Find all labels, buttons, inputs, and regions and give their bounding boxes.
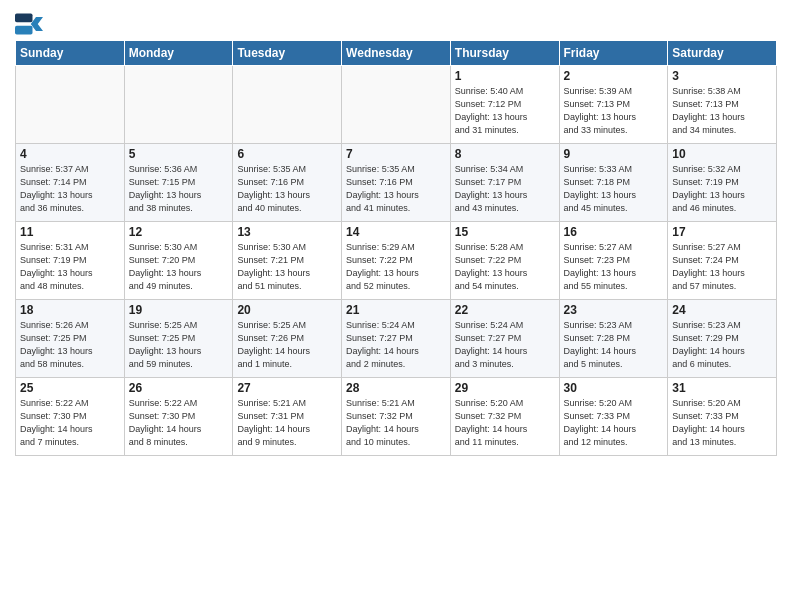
- day-number: 29: [455, 381, 555, 395]
- day-cell: 31Sunrise: 5:20 AM Sunset: 7:33 PM Dayli…: [668, 378, 777, 456]
- day-number: 6: [237, 147, 337, 161]
- day-cell: [124, 66, 233, 144]
- day-cell: 22Sunrise: 5:24 AM Sunset: 7:27 PM Dayli…: [450, 300, 559, 378]
- day-cell: 7Sunrise: 5:35 AM Sunset: 7:16 PM Daylig…: [342, 144, 451, 222]
- day-cell: 26Sunrise: 5:22 AM Sunset: 7:30 PM Dayli…: [124, 378, 233, 456]
- svg-rect-3: [15, 26, 33, 35]
- day-cell: 20Sunrise: 5:25 AM Sunset: 7:26 PM Dayli…: [233, 300, 342, 378]
- day-info: Sunrise: 5:24 AM Sunset: 7:27 PM Dayligh…: [346, 319, 446, 371]
- day-number: 28: [346, 381, 446, 395]
- day-cell: 15Sunrise: 5:28 AM Sunset: 7:22 PM Dayli…: [450, 222, 559, 300]
- day-info: Sunrise: 5:21 AM Sunset: 7:31 PM Dayligh…: [237, 397, 337, 449]
- day-cell: 30Sunrise: 5:20 AM Sunset: 7:33 PM Dayli…: [559, 378, 668, 456]
- day-number: 9: [564, 147, 664, 161]
- day-info: Sunrise: 5:27 AM Sunset: 7:24 PM Dayligh…: [672, 241, 772, 293]
- calendar-table: SundayMondayTuesdayWednesdayThursdayFrid…: [15, 40, 777, 456]
- day-info: Sunrise: 5:25 AM Sunset: 7:25 PM Dayligh…: [129, 319, 229, 371]
- day-info: Sunrise: 5:36 AM Sunset: 7:15 PM Dayligh…: [129, 163, 229, 215]
- week-row-4: 18Sunrise: 5:26 AM Sunset: 7:25 PM Dayli…: [16, 300, 777, 378]
- day-cell: 12Sunrise: 5:30 AM Sunset: 7:20 PM Dayli…: [124, 222, 233, 300]
- day-number: 24: [672, 303, 772, 317]
- day-info: Sunrise: 5:22 AM Sunset: 7:30 PM Dayligh…: [129, 397, 229, 449]
- day-info: Sunrise: 5:27 AM Sunset: 7:23 PM Dayligh…: [564, 241, 664, 293]
- day-number: 11: [20, 225, 120, 239]
- day-info: Sunrise: 5:30 AM Sunset: 7:20 PM Dayligh…: [129, 241, 229, 293]
- header-cell-thursday: Thursday: [450, 41, 559, 66]
- day-info: Sunrise: 5:34 AM Sunset: 7:17 PM Dayligh…: [455, 163, 555, 215]
- day-number: 31: [672, 381, 772, 395]
- day-number: 18: [20, 303, 120, 317]
- day-info: Sunrise: 5:29 AM Sunset: 7:22 PM Dayligh…: [346, 241, 446, 293]
- day-info: Sunrise: 5:24 AM Sunset: 7:27 PM Dayligh…: [455, 319, 555, 371]
- day-number: 1: [455, 69, 555, 83]
- day-info: Sunrise: 5:20 AM Sunset: 7:33 PM Dayligh…: [672, 397, 772, 449]
- week-row-2: 4Sunrise: 5:37 AM Sunset: 7:14 PM Daylig…: [16, 144, 777, 222]
- day-cell: 3Sunrise: 5:38 AM Sunset: 7:13 PM Daylig…: [668, 66, 777, 144]
- day-number: 3: [672, 69, 772, 83]
- day-cell: 6Sunrise: 5:35 AM Sunset: 7:16 PM Daylig…: [233, 144, 342, 222]
- day-cell: 1Sunrise: 5:40 AM Sunset: 7:12 PM Daylig…: [450, 66, 559, 144]
- day-number: 5: [129, 147, 229, 161]
- day-cell: 21Sunrise: 5:24 AM Sunset: 7:27 PM Dayli…: [342, 300, 451, 378]
- day-number: 21: [346, 303, 446, 317]
- day-cell: 5Sunrise: 5:36 AM Sunset: 7:15 PM Daylig…: [124, 144, 233, 222]
- day-number: 30: [564, 381, 664, 395]
- day-info: Sunrise: 5:33 AM Sunset: 7:18 PM Dayligh…: [564, 163, 664, 215]
- week-row-5: 25Sunrise: 5:22 AM Sunset: 7:30 PM Dayli…: [16, 378, 777, 456]
- day-cell: 27Sunrise: 5:21 AM Sunset: 7:31 PM Dayli…: [233, 378, 342, 456]
- day-cell: 18Sunrise: 5:26 AM Sunset: 7:25 PM Dayli…: [16, 300, 125, 378]
- day-cell: [16, 66, 125, 144]
- day-number: 23: [564, 303, 664, 317]
- day-cell: 24Sunrise: 5:23 AM Sunset: 7:29 PM Dayli…: [668, 300, 777, 378]
- week-row-3: 11Sunrise: 5:31 AM Sunset: 7:19 PM Dayli…: [16, 222, 777, 300]
- day-cell: 10Sunrise: 5:32 AM Sunset: 7:19 PM Dayli…: [668, 144, 777, 222]
- day-info: Sunrise: 5:35 AM Sunset: 7:16 PM Dayligh…: [346, 163, 446, 215]
- day-cell: [233, 66, 342, 144]
- day-number: 20: [237, 303, 337, 317]
- header-cell-sunday: Sunday: [16, 41, 125, 66]
- day-info: Sunrise: 5:37 AM Sunset: 7:14 PM Dayligh…: [20, 163, 120, 215]
- day-cell: 28Sunrise: 5:21 AM Sunset: 7:32 PM Dayli…: [342, 378, 451, 456]
- day-info: Sunrise: 5:26 AM Sunset: 7:25 PM Dayligh…: [20, 319, 120, 371]
- day-cell: 13Sunrise: 5:30 AM Sunset: 7:21 PM Dayli…: [233, 222, 342, 300]
- header-row: SundayMondayTuesdayWednesdayThursdayFrid…: [16, 41, 777, 66]
- day-info: Sunrise: 5:31 AM Sunset: 7:19 PM Dayligh…: [20, 241, 120, 293]
- logo: [15, 10, 47, 38]
- header-cell-monday: Monday: [124, 41, 233, 66]
- day-cell: 9Sunrise: 5:33 AM Sunset: 7:18 PM Daylig…: [559, 144, 668, 222]
- day-info: Sunrise: 5:25 AM Sunset: 7:26 PM Dayligh…: [237, 319, 337, 371]
- day-cell: 29Sunrise: 5:20 AM Sunset: 7:32 PM Dayli…: [450, 378, 559, 456]
- day-cell: 16Sunrise: 5:27 AM Sunset: 7:23 PM Dayli…: [559, 222, 668, 300]
- day-info: Sunrise: 5:38 AM Sunset: 7:13 PM Dayligh…: [672, 85, 772, 137]
- day-number: 13: [237, 225, 337, 239]
- day-info: Sunrise: 5:21 AM Sunset: 7:32 PM Dayligh…: [346, 397, 446, 449]
- day-info: Sunrise: 5:23 AM Sunset: 7:29 PM Dayligh…: [672, 319, 772, 371]
- day-number: 7: [346, 147, 446, 161]
- svg-marker-1: [31, 17, 43, 31]
- day-info: Sunrise: 5:28 AM Sunset: 7:22 PM Dayligh…: [455, 241, 555, 293]
- day-info: Sunrise: 5:22 AM Sunset: 7:30 PM Dayligh…: [20, 397, 120, 449]
- day-cell: 4Sunrise: 5:37 AM Sunset: 7:14 PM Daylig…: [16, 144, 125, 222]
- day-number: 4: [20, 147, 120, 161]
- day-cell: 19Sunrise: 5:25 AM Sunset: 7:25 PM Dayli…: [124, 300, 233, 378]
- day-info: Sunrise: 5:35 AM Sunset: 7:16 PM Dayligh…: [237, 163, 337, 215]
- day-cell: 23Sunrise: 5:23 AM Sunset: 7:28 PM Dayli…: [559, 300, 668, 378]
- day-number: 8: [455, 147, 555, 161]
- day-info: Sunrise: 5:20 AM Sunset: 7:33 PM Dayligh…: [564, 397, 664, 449]
- day-number: 15: [455, 225, 555, 239]
- day-cell: 25Sunrise: 5:22 AM Sunset: 7:30 PM Dayli…: [16, 378, 125, 456]
- day-info: Sunrise: 5:39 AM Sunset: 7:13 PM Dayligh…: [564, 85, 664, 137]
- day-info: Sunrise: 5:32 AM Sunset: 7:19 PM Dayligh…: [672, 163, 772, 215]
- svg-rect-2: [15, 14, 33, 23]
- day-number: 25: [20, 381, 120, 395]
- day-cell: [342, 66, 451, 144]
- day-number: 17: [672, 225, 772, 239]
- logo-icon: [15, 10, 43, 38]
- day-info: Sunrise: 5:30 AM Sunset: 7:21 PM Dayligh…: [237, 241, 337, 293]
- day-number: 26: [129, 381, 229, 395]
- header: [15, 10, 777, 38]
- day-number: 19: [129, 303, 229, 317]
- day-cell: 17Sunrise: 5:27 AM Sunset: 7:24 PM Dayli…: [668, 222, 777, 300]
- day-number: 27: [237, 381, 337, 395]
- day-number: 16: [564, 225, 664, 239]
